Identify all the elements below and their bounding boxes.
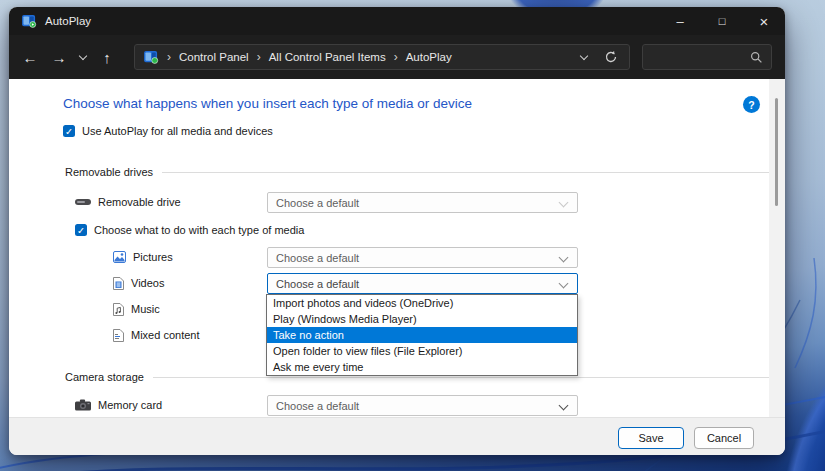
breadcrumb[interactable]: › Control Panel › All Control Panel Item… (134, 44, 630, 70)
autoplay-app-icon (22, 15, 37, 28)
close-button[interactable]: × (743, 7, 785, 35)
desktop-wallpaper: AutoPlay – □ × ← → ↑ › (0, 0, 825, 471)
dropdown-option[interactable]: Play (Windows Media Player) (267, 311, 577, 327)
music-row: Music (113, 299, 160, 319)
window-title: AutoPlay (45, 15, 91, 27)
videos-dropdown-value: Choose a default (276, 278, 359, 290)
pictures-dropdown[interactable]: Choose a default (267, 247, 578, 268)
videos-dropdown[interactable]: Choose a default (267, 273, 578, 294)
chevron-down-icon (559, 198, 569, 208)
breadcrumb-separator: › (167, 50, 171, 64)
back-button[interactable]: ← (22, 49, 38, 66)
memory-card-label: Memory card (98, 399, 162, 411)
memory-card-row: Memory card (75, 395, 162, 415)
help-icon[interactable]: ? (743, 96, 760, 113)
dropdown-option[interactable]: Open folder to view files (File Explorer… (267, 343, 577, 359)
removable-drive-dropdown-value: Choose a default (276, 197, 359, 209)
music-icon (113, 303, 124, 316)
nav-buttons: ← → ↑ (9, 35, 115, 79)
use-autoplay-row: ✓ Use AutoPlay for all media and devices (63, 121, 273, 141)
dropdown-option[interactable]: Ask me every time (267, 359, 577, 375)
dropdown-option[interactable]: Import photos and videos (OneDrive) (267, 295, 577, 311)
pictures-row: Pictures (113, 247, 173, 267)
autoplay-window: AutoPlay – □ × ← → ↑ › (9, 7, 785, 455)
cancel-button[interactable]: Cancel (694, 427, 754, 449)
pictures-dropdown-value: Choose a default (276, 252, 359, 264)
footer-bar: Save Cancel (9, 417, 785, 455)
control-panel-icon (144, 51, 159, 64)
memory-card-dropdown-value: Choose a default (276, 400, 359, 412)
removable-drive-dropdown[interactable]: Choose a default (267, 192, 578, 213)
breadcrumb-separator: › (257, 50, 261, 64)
group-divider (162, 172, 769, 173)
memory-card-icon (75, 399, 91, 411)
up-button[interactable]: ↑ (99, 49, 115, 66)
search-icon (750, 51, 763, 64)
removable-drive-label: Removable drive (98, 196, 181, 208)
pictures-icon (113, 251, 126, 263)
breadcrumb-separator: › (394, 50, 398, 64)
mixed-content-icon (113, 329, 124, 342)
media-types-label: Choose what to do with each type of medi… (94, 224, 304, 236)
mixed-content-row: Mixed content (113, 325, 199, 345)
memory-card-dropdown[interactable]: Choose a default (267, 395, 578, 416)
breadcrumb-item-control-panel[interactable]: Control Panel (179, 51, 249, 63)
breadcrumb-item-all-control-panel-items[interactable]: All Control Panel Items (269, 51, 386, 63)
videos-icon (113, 277, 124, 290)
use-autoplay-checkbox[interactable]: ✓ (63, 125, 75, 137)
media-types-row: ✓ Choose what to do with each type of me… (75, 220, 304, 240)
group-divider (153, 377, 769, 378)
maximize-button[interactable]: □ (701, 7, 743, 35)
removable-drives-title: Removable drives (65, 166, 153, 178)
scrollbar-thumb[interactable] (775, 98, 778, 206)
refresh-icon[interactable] (604, 50, 618, 64)
address-dropdown-icon[interactable] (580, 51, 588, 59)
removable-drive-row: Removable drive (75, 192, 181, 212)
breadcrumb-item-autoplay[interactable]: AutoPlay (406, 51, 452, 63)
scrollbar[interactable] (769, 79, 785, 417)
mixed-content-label: Mixed content (131, 329, 199, 341)
title-bar: AutoPlay – □ × (9, 7, 785, 35)
navigation-bar: ← → ↑ › Control Panel › All Control Pane… (9, 35, 785, 79)
media-types-checkbox[interactable]: ✓ (75, 224, 87, 236)
chevron-down-icon (559, 279, 569, 289)
pictures-label: Pictures (133, 251, 173, 263)
dropdown-option-selected[interactable]: Take no action (267, 327, 577, 343)
window-controls: – □ × (659, 7, 785, 35)
music-label: Music (131, 303, 160, 315)
removable-drive-icon (75, 197, 91, 207)
videos-label: Videos (131, 277, 164, 289)
minimize-button[interactable]: – (659, 7, 701, 38)
save-button[interactable]: Save (618, 427, 684, 449)
forward-button[interactable]: → (51, 49, 67, 66)
videos-dropdown-list: Import photos and videos (OneDrive) Play… (266, 294, 578, 376)
use-autoplay-label: Use AutoPlay for all media and devices (82, 125, 273, 137)
videos-row: Videos (113, 273, 164, 293)
removable-drives-group: Removable drives (65, 164, 769, 180)
search-input[interactable] (642, 44, 772, 70)
camera-storage-title: Camera storage (65, 371, 144, 383)
chevron-down-icon (559, 253, 569, 263)
recent-pages-chevron-icon[interactable] (79, 51, 87, 59)
chevron-down-icon (559, 401, 569, 411)
page-title: Choose what happens when you insert each… (63, 96, 472, 111)
autoplay-settings-panel: Choose what happens when you insert each… (9, 79, 785, 417)
